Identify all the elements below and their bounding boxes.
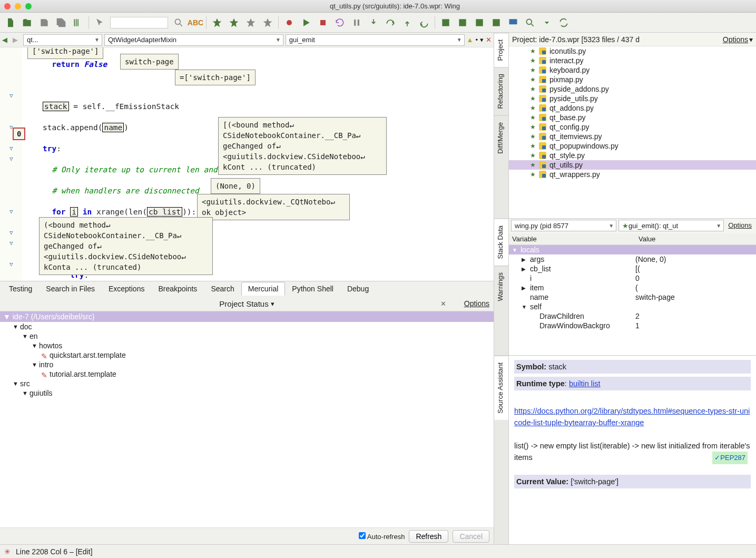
monitor-icon[interactable]	[507, 16, 519, 29]
download-icon[interactable]	[541, 16, 553, 29]
bottom-tab-debug[interactable]: Debug	[340, 282, 376, 296]
vtab-refactoring[interactable]: Refactoring	[494, 67, 508, 115]
restart-icon[interactable]	[333, 16, 346, 29]
close-window[interactable]	[4, 3, 11, 9]
chevron-down-icon[interactable]: ▾	[480, 36, 484, 44]
tree-item[interactable]: ✎tutorial.arst.template	[0, 369, 494, 379]
sync-icon[interactable]	[557, 16, 570, 29]
vtab-stack-data[interactable]: Stack Data	[494, 219, 508, 266]
variable-row[interactable]: nameswitch-page	[509, 292, 756, 302]
save-icon[interactable]	[38, 16, 51, 29]
project-files[interactable]: ★iconutils.py★interact.py★keyboard.py★pi…	[509, 46, 756, 218]
new-file-icon[interactable]	[4, 16, 17, 29]
panel-options[interactable]: Options	[464, 299, 489, 308]
gutter[interactable]: ▽ ▽ ▽ ▽ ▽ ▽ ▽ ▽ ▽	[0, 47, 22, 281]
indent-icon[interactable]	[72, 16, 84, 29]
bug-icon[interactable]: ✳	[4, 547, 13, 556]
doc-link[interactable]: https://docs.python.org/2/library/stdtyp…	[514, 407, 750, 427]
warn-icon[interactable]: ▲	[467, 36, 474, 44]
open-icon[interactable]	[21, 16, 34, 29]
bottom-tab-mercurial[interactable]: Mercurial	[241, 282, 286, 296]
tree-item[interactable]: ▼guiutils	[0, 388, 494, 398]
variable-row[interactable]: DrawWindowBackgro1	[509, 321, 756, 330]
project-file[interactable]: ★qt_popupwindows.py	[509, 141, 756, 151]
bottom-tab-search[interactable]: Search	[204, 282, 241, 296]
cursor-icon[interactable]	[93, 16, 106, 29]
vtab-warnings[interactable]: Warnings	[494, 266, 508, 307]
runtime-type-link[interactable]: builtin list	[569, 379, 601, 388]
variable-row[interactable]: ▶cb_list[(	[509, 264, 756, 273]
save-all-icon[interactable]	[55, 16, 67, 29]
zoom-icon[interactable]	[524, 16, 536, 29]
project-file[interactable]: ★qt_wrappers.py	[509, 170, 756, 179]
code-editor[interactable]: ▽ ▽ ▽ ▽ ▽ ▽ ▽ ▽ ▽ return False stack = s…	[0, 47, 494, 281]
run-icon[interactable]	[300, 16, 312, 29]
tool-2-icon[interactable]	[456, 16, 469, 29]
vtab-source-assistant[interactable]: Source Assistant	[494, 356, 508, 420]
process-selector[interactable]: wing.py (pid 8577▼	[511, 220, 616, 231]
search-input[interactable]	[110, 17, 168, 28]
search-icon[interactable]	[172, 16, 185, 29]
project-options[interactable]: Options	[723, 35, 748, 44]
bookmark-next-icon[interactable]	[228, 16, 240, 29]
tree-item[interactable]: ✎quickstart.arst.template	[0, 350, 494, 360]
nav-back-icon[interactable]: ◀	[2, 36, 11, 44]
class-selector[interactable]: QtWidgetAdapterMixin▼	[104, 34, 283, 46]
bottom-tab-breakpoints[interactable]: Breakpoints	[151, 282, 204, 296]
project-file[interactable]: ★qt_style.py	[509, 151, 756, 160]
close-editor-icon[interactable]: ✕	[486, 36, 492, 44]
tool-4-icon[interactable]	[490, 16, 503, 29]
bottom-tab-search-in-files[interactable]: Search in Files	[39, 282, 102, 296]
stop-icon[interactable]	[317, 16, 329, 29]
project-file[interactable]: ★keyboard.py	[509, 65, 756, 75]
tool-1-icon[interactable]	[439, 16, 452, 29]
tree-item[interactable]: ▼howtos	[0, 341, 494, 350]
project-file[interactable]: ★interact.py	[509, 56, 756, 65]
vtab-project[interactable]: Project	[494, 33, 508, 67]
variable-row[interactable]: i0	[509, 273, 756, 283]
variable-row[interactable]: ▼locals	[509, 245, 756, 254]
cancel-button[interactable]: Cancel	[453, 530, 489, 543]
bookmark-prev-icon[interactable]	[244, 16, 257, 29]
bookmark-clear-icon[interactable]	[261, 16, 274, 29]
auto-refresh-checkbox[interactable]: Auto-refresh	[359, 532, 405, 541]
tree-item[interactable]: ▼doc	[0, 322, 494, 331]
step-into-icon[interactable]	[367, 16, 380, 29]
bottom-tab-python-shell[interactable]: Python Shell	[285, 282, 340, 296]
nav-fwd-icon[interactable]: ▶	[13, 36, 21, 44]
pause-icon[interactable]	[350, 16, 363, 29]
project-file[interactable]: ★qt_utils.py	[509, 160, 756, 170]
refresh-button[interactable]: Refresh	[409, 530, 448, 543]
file-selector[interactable]: qt...▼	[23, 34, 102, 46]
tool-3-icon[interactable]	[473, 16, 486, 29]
tree-header[interactable]: ▼ ide-7 (/Users/sdeibel/src)	[0, 311, 494, 322]
vtab-diff-merge[interactable]: Diff/Merge	[494, 115, 508, 160]
minimize-window[interactable]	[15, 3, 21, 9]
project-tree[interactable]: ▼ ide-7 (/Users/sdeibel/src) ▼doc▼en▼how…	[0, 311, 494, 528]
zoom-window[interactable]	[25, 3, 32, 9]
variable-row[interactable]: ▼self	[509, 302, 756, 311]
tree-item[interactable]: ▼intro	[0, 360, 494, 369]
breakpoint-icon[interactable]	[283, 16, 296, 29]
project-file[interactable]: ★pyside_addons.py	[509, 84, 756, 94]
step-over-icon[interactable]	[384, 16, 397, 29]
project-file[interactable]: ★qt_base.py	[509, 113, 756, 122]
stack-options[interactable]: Options	[726, 220, 754, 232]
source-assistant[interactable]: Symbol: stack Runtime type: builtin list…	[509, 356, 756, 544]
project-file[interactable]: ★qt_config.py	[509, 122, 756, 132]
variable-row[interactable]: ▶args(None, 0)	[509, 254, 756, 264]
frame-selector[interactable]: ★ gui_emit(): qt_ut▼	[618, 220, 724, 231]
project-file[interactable]: ★qt_addons.py	[509, 103, 756, 113]
spellcheck-icon[interactable]: ABC	[189, 16, 202, 29]
variable-row[interactable]: ▶item(	[509, 283, 756, 292]
panel-close-icon[interactable]: ✕	[440, 300, 446, 308]
tree-item[interactable]: ▼src	[0, 379, 494, 388]
project-file[interactable]: ★iconutils.py	[509, 46, 756, 56]
step-out-icon[interactable]	[401, 16, 414, 29]
step-return-icon[interactable]	[418, 16, 430, 29]
variables-list[interactable]: ▼locals▶args(None, 0)▶cb_list[(i0▶item(n…	[509, 245, 756, 355]
project-file[interactable]: ★pixmap.py	[509, 75, 756, 84]
bottom-tab-testing[interactable]: Testing	[2, 282, 39, 296]
panel-title[interactable]: Project Status	[219, 299, 268, 308]
project-file[interactable]: ★qt_itemviews.py	[509, 132, 756, 141]
